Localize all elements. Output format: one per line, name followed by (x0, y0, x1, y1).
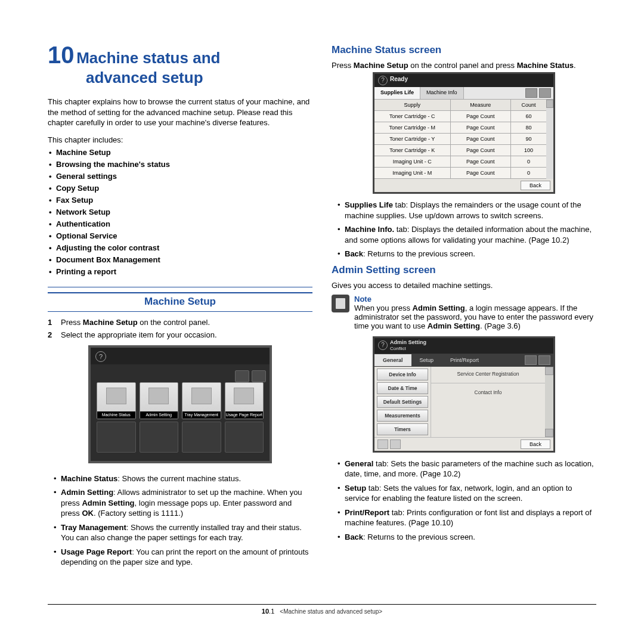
chapter-name-l1: Machine status and (76, 49, 220, 67)
help-icon: ? (378, 76, 388, 85)
table-row: Imaging Unit - CPage Count0 (374, 156, 546, 168)
scrollbar (546, 100, 553, 179)
side-measurements: Measurements (377, 410, 428, 422)
list-item: Usage Page Report: You can print the rep… (61, 547, 312, 568)
tab-machine-info: Machine Info (420, 87, 464, 99)
list-item: Back: Returns to the previous screen. (345, 249, 596, 259)
chapter-intro: This chapter explains how to browse the … (48, 97, 312, 128)
side-device-info: Device Info (377, 369, 428, 380)
list-item: Admin Setting: Allows administrator to s… (61, 487, 312, 519)
side-date-time: Date & Time (377, 382, 428, 394)
chapter-name-l2: advanced setup (86, 69, 203, 86)
note-block: Note When you press Admin Setting, a log… (332, 295, 596, 330)
admin-side-menu: Device Info Date & Time Default Settings… (374, 367, 431, 437)
toc-item[interactable]: Optional Service (56, 231, 312, 240)
help-icon: ? (378, 340, 388, 350)
side-default-settings: Default Settings (377, 396, 428, 408)
machine-status-screenshot: ? Ready Supplies Life Machine Info Suppl… (373, 72, 555, 194)
note-body: When you press Admin Setting, a login me… (354, 304, 596, 330)
list-item: Supplies Life tab: Displays the remainde… (345, 200, 596, 221)
machine-status-lead: Press Machine Setup on the control panel… (332, 61, 596, 70)
tile-admin-setting: Admin Setting (140, 382, 179, 419)
section-heading: Machine Setup (48, 292, 312, 308)
footer-buttons (377, 439, 401, 449)
header-buttons (523, 87, 553, 99)
section-heading-rule: Machine Setup (48, 287, 312, 312)
step-1: 1 Press Machine Setup on the control pan… (61, 318, 312, 327)
table-row: Toner Cartridge - YPage Count90 (374, 134, 546, 145)
back-button: Back (521, 439, 550, 449)
note-title: Note (354, 295, 596, 304)
side-timers: Timers (377, 423, 428, 435)
admin-subtitle: Conflict (390, 346, 406, 351)
back-button: Back (521, 181, 550, 190)
toc-item[interactable]: Authentication (56, 219, 312, 228)
status-ready: Ready (390, 76, 408, 82)
admin-item: Contact Info (431, 387, 545, 398)
toc-item[interactable]: Fax Setup (56, 196, 312, 205)
steps-list: 1 Press Machine Setup on the control pan… (48, 318, 312, 339)
table-row: Imaging Unit - MPage Count0 (374, 168, 546, 179)
admin-setting-screenshot: ? Admin Setting Conflict General Setup P… (373, 336, 555, 453)
subheading-admin-setting: Admin Setting screen (332, 264, 596, 276)
admin-item: Service Center Registration (431, 369, 545, 379)
tile-machine-status: Machine Status (97, 382, 136, 419)
toc-item[interactable]: Copy Setup (56, 184, 312, 193)
help-icon: ? (95, 351, 106, 362)
toc-item[interactable]: Adjusting the color contrast (56, 243, 312, 252)
admin-title: Admin Setting (390, 339, 426, 345)
toc-item[interactable]: Network Setup (56, 208, 312, 216)
table-row: Toner Cartridge - CPage Count60 (374, 111, 546, 122)
chapter-heading: 10 Machine status and advanced setup (48, 42, 312, 87)
toc-list: Machine Setup Browsing the machine's sta… (48, 148, 312, 276)
machine-setup-bullets: Machine Status: Shows the current machin… (48, 473, 312, 568)
header-buttons (522, 354, 553, 367)
toc-item[interactable]: General settings (56, 172, 312, 181)
note-icon (332, 295, 349, 312)
tab-supplies-life: Supplies Life (374, 87, 420, 99)
tab-general: General (374, 354, 411, 366)
list-item: Back: Returns to the previous screen. (345, 532, 596, 543)
step-2: 2 Select the appropriate item for your o… (61, 330, 312, 339)
subheading-machine-status: Machine Status screen (332, 44, 596, 56)
list-item: Tray Management: Shows the currently ins… (61, 522, 312, 543)
page-footer: 10.1 <Machine status and advanced setup> (48, 604, 596, 615)
tile-tray-management: Tray Management (182, 382, 221, 419)
list-item: Machine Info. tab: Displays the detailed… (345, 224, 596, 245)
list-item: Print/Report tab: Prints configuration o… (345, 507, 596, 528)
machine-status-bullets: Supplies Life tab: Displays the remainde… (332, 200, 596, 259)
toc-label: This chapter includes: (48, 135, 312, 144)
admin-setting-lead: Gives you access to detailed machine set… (332, 281, 596, 290)
list-item: Setup tab: Sets the values for fax, netw… (345, 483, 596, 504)
top-buttons (235, 370, 266, 382)
tab-print-report: Print/Report (442, 354, 487, 366)
list-item: General tab: Sets the basic parameters o… (345, 459, 596, 479)
machine-setup-screenshot: ? Machine Status Admin Setting Tray Mana… (88, 345, 272, 463)
chapter-number: 10 (48, 42, 75, 68)
toc-item[interactable]: Browsing the machine's status (56, 160, 312, 169)
page-number-major: 10 (262, 608, 269, 615)
page-number-minor: .1 (269, 608, 274, 615)
table-header: Supply Measure Count (374, 100, 546, 111)
admin-setting-bullets: General tab: Sets the basic parameters o… (332, 459, 596, 543)
toc-item[interactable]: Document Box Management (56, 255, 312, 264)
scrollbar (545, 367, 553, 437)
tile-usage-report: Usage Page Report (225, 382, 264, 419)
toc-item[interactable]: Printing a report (56, 267, 312, 276)
tab-setup: Setup (411, 354, 442, 366)
list-item: Machine Status: Shows the current machin… (61, 473, 312, 484)
table-row: Toner Cartridge - MPage Count80 (374, 122, 546, 134)
table-row: Toner Cartridge - KPage Count100 (374, 145, 546, 156)
footer-title: <Machine status and advanced setup> (280, 608, 382, 615)
toc-item[interactable]: Machine Setup (56, 148, 312, 157)
